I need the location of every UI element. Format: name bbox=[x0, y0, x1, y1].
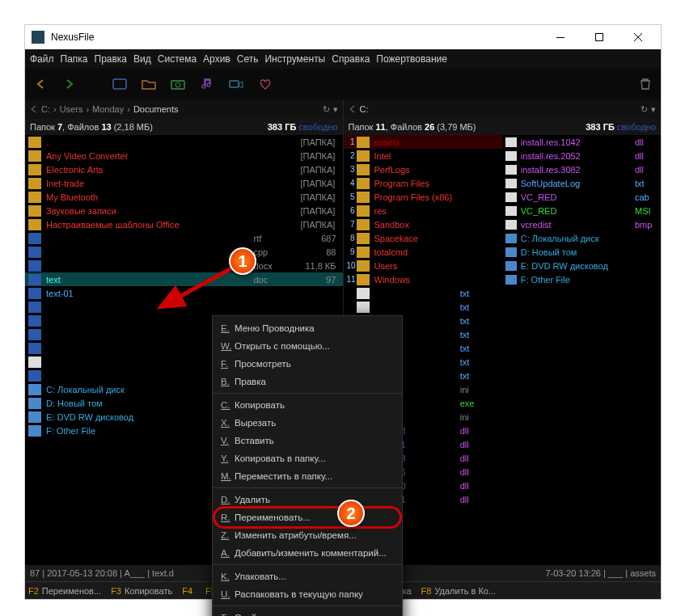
file-row[interactable]: install.res.1042dll bbox=[502, 135, 661, 149]
context-item[interactable]: Z.Изменить атрибуты/время... bbox=[213, 526, 402, 544]
refresh-icon[interactable]: ↻ bbox=[323, 104, 330, 115]
menu-item[interactable]: Правка bbox=[95, 53, 128, 65]
context-item[interactable]: R.Переименовать... bbox=[213, 508, 402, 526]
file-row[interactable]: Electronic Arts[ПАПКА] bbox=[25, 162, 343, 176]
crumb[interactable]: Users bbox=[60, 104, 83, 114]
context-item[interactable]: W.Открыть с помощью... bbox=[213, 337, 402, 355]
nav-back-icon[interactable] bbox=[32, 75, 49, 93]
right-breadcrumb[interactable]: C:↻ ▾ bbox=[344, 99, 662, 119]
minimize-button[interactable] bbox=[544, 26, 577, 49]
context-item[interactable]: C.Копировать bbox=[213, 396, 402, 414]
nav-back-small-icon[interactable] bbox=[349, 105, 357, 113]
menu-item[interactable]: Справка bbox=[332, 53, 370, 65]
file-row[interactable]: Inet-trade[ПАПКА] bbox=[25, 176, 343, 190]
file-row[interactable]: 1assets bbox=[344, 135, 502, 149]
nav-back-small-icon[interactable] bbox=[30, 105, 38, 113]
file-row[interactable]: My Bluetooth[ПАПКА] bbox=[25, 190, 343, 204]
tool-trash-icon[interactable] bbox=[636, 75, 654, 93]
file-row[interactable]: cpp88 bbox=[25, 245, 343, 259]
file-row[interactable]: F: Other File bbox=[502, 272, 661, 286]
dropdown-icon[interactable]: ▾ bbox=[651, 104, 656, 115]
drive-icon bbox=[505, 261, 517, 271]
file-row[interactable]: 3PerfLogs bbox=[344, 162, 502, 176]
file-row[interactable]: 11Windows bbox=[344, 272, 502, 286]
file-row[interactable]: Настраиваемые шаблоны Office[ПАПКА] bbox=[25, 217, 343, 231]
doc-icon bbox=[28, 260, 41, 272]
tool-music-icon[interactable] bbox=[198, 75, 216, 93]
tool-heart-icon[interactable] bbox=[256, 75, 274, 93]
refresh-icon[interactable]: ↻ bbox=[641, 104, 648, 115]
fkey[interactable]: F2 bbox=[28, 586, 39, 596]
context-item[interactable]: B.Правка bbox=[213, 373, 402, 390]
file-row[interactable]: SoftUpdateLogtxt bbox=[502, 176, 661, 190]
fkey[interactable]: F3 bbox=[111, 586, 121, 596]
folder-icon bbox=[28, 205, 41, 217]
file-row[interactable]: 8Spacekace bbox=[344, 231, 502, 245]
right-statline: Папок 11, Файлов 26 (3,79 МБ) 383 ГБ сво… bbox=[344, 119, 662, 135]
file-row[interactable]: install.res.3082dll bbox=[502, 162, 661, 176]
file-row[interactable]: rtf687 bbox=[25, 231, 343, 245]
nav-forward-icon[interactable] bbox=[61, 75, 78, 93]
fkey[interactable]: F4 bbox=[182, 586, 192, 596]
menu-item[interactable]: Пожертвование bbox=[376, 53, 447, 65]
crumb[interactable]: C: bbox=[41, 104, 50, 114]
file-row[interactable]: E: DVD RW дисковод bbox=[502, 259, 661, 272]
crumb[interactable]: Monday bbox=[92, 104, 124, 114]
file-row[interactable]: Any Video Converter[ПАПКА] bbox=[25, 149, 343, 162]
context-item[interactable]: M.Переместить в папку... bbox=[213, 467, 402, 485]
context-item[interactable]: U.Распаковать в текущую папку bbox=[213, 585, 402, 603]
menu-item[interactable]: Сеть bbox=[237, 53, 259, 65]
fkey[interactable]: F8 bbox=[421, 586, 432, 596]
context-item[interactable]: Y.Копировать в папку... bbox=[213, 449, 402, 467]
folder-icon bbox=[28, 192, 41, 203]
close-button[interactable] bbox=[622, 26, 654, 49]
menu-item[interactable]: Инструменты bbox=[264, 53, 325, 65]
dropdown-icon[interactable]: ▾ bbox=[333, 104, 338, 115]
context-item[interactable]: F.Просмотреть bbox=[213, 355, 402, 373]
file-row[interactable]: vcredistbmp bbox=[502, 217, 661, 231]
txt-icon bbox=[505, 220, 517, 230]
context-item[interactable]: K.Упаковать... bbox=[213, 567, 402, 585]
svg-point-4 bbox=[175, 82, 180, 87]
file-row[interactable]: 6res bbox=[344, 204, 502, 217]
file-row[interactable]: D: Новый том bbox=[502, 245, 661, 259]
crumb[interactable]: C: bbox=[360, 104, 369, 114]
crumb[interactable]: Documents bbox=[133, 104, 179, 114]
tool-desktop-icon[interactable] bbox=[111, 75, 129, 93]
folder-icon bbox=[28, 219, 41, 230]
file-row[interactable]: 33txt bbox=[344, 300, 502, 314]
file-row[interactable]: Звуковые записи[ПАПКА] bbox=[25, 204, 343, 217]
file-row[interactable]: VC_REDMSI bbox=[502, 204, 661, 217]
context-item[interactable]: D.Удалить bbox=[213, 491, 402, 508]
tool-video-icon[interactable] bbox=[227, 75, 245, 93]
maximize-button[interactable] bbox=[583, 26, 615, 49]
menu-item[interactable]: Файл bbox=[30, 53, 54, 65]
txt-icon bbox=[505, 179, 517, 188]
left-breadcrumb[interactable]: C:›Users›Monday›Documents↻ ▾ bbox=[25, 99, 343, 119]
folder-icon bbox=[28, 164, 41, 175]
file-row[interactable]: 9totalcmd bbox=[344, 245, 502, 259]
doc-icon bbox=[28, 370, 41, 382]
menu-item[interactable]: Вид bbox=[133, 53, 151, 65]
file-row[interactable]: 5Program Files (x86) bbox=[344, 190, 502, 204]
file-row[interactable]: VC_REDcab bbox=[502, 190, 661, 204]
menu-item[interactable]: Архив bbox=[203, 53, 230, 65]
tool-folder-icon[interactable] bbox=[140, 75, 158, 93]
drive-icon bbox=[28, 384, 41, 395]
file-row[interactable]: C: Локальный диск bbox=[502, 231, 661, 245]
file-row[interactable]: 28txt bbox=[344, 286, 502, 300]
menu-item[interactable]: Система bbox=[158, 53, 197, 65]
file-row[interactable]: install.res.2052dll bbox=[502, 149, 661, 162]
file-row[interactable]: 2Intel bbox=[344, 149, 502, 162]
menu-item[interactable]: Папка bbox=[61, 53, 88, 65]
drive-icon bbox=[505, 234, 517, 243]
file-row[interactable]: 10Users bbox=[344, 259, 502, 272]
tool-camera-icon[interactable] bbox=[169, 75, 187, 93]
context-item[interactable]: V.Вставить bbox=[213, 432, 402, 449]
file-row[interactable]: ..[ПАПКА] bbox=[25, 135, 343, 149]
context-item[interactable]: X.Вырезать bbox=[213, 414, 402, 432]
context-item[interactable]: T.Свойства bbox=[213, 609, 402, 616]
file-row[interactable]: 7Sandbox bbox=[344, 217, 502, 231]
file-row[interactable]: 4Program Files bbox=[344, 176, 502, 190]
context-item[interactable]: A.Добавить/изменить комментарий... bbox=[213, 544, 402, 562]
